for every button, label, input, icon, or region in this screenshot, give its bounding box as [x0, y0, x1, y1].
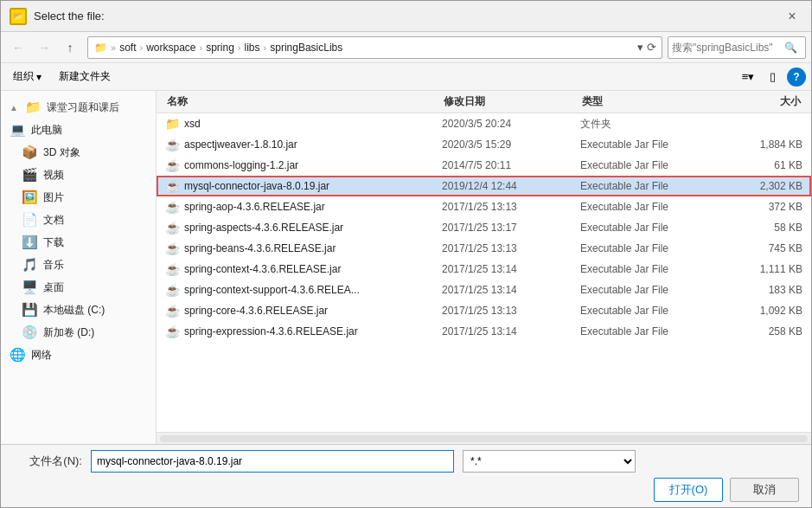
- horizontal-scrollbar[interactable]: [157, 432, 811, 444]
- table-row[interactable]: ☕ spring-aspects-4.3.6.RELEASE.jar 2017/…: [157, 217, 811, 238]
- sidebar-item-new-volume-d[interactable]: 💿 新加卷 (D:): [1, 321, 156, 344]
- file-cell-type: Executable Jar File: [580, 325, 719, 338]
- filename-row: 文件名(N): *.*: [13, 450, 799, 473]
- close-button[interactable]: ×: [782, 6, 802, 27]
- table-row[interactable]: ☕ spring-context-support-4.3.6.RELEA... …: [157, 280, 811, 300]
- sidebar-label-3d: 3D 对象: [43, 145, 80, 160]
- sidebar-item-network[interactable]: 🌐 网络: [1, 344, 156, 366]
- sidebar-item-local-disk-c[interactable]: 💾 本地磁盘 (C:): [1, 299, 156, 321]
- address-dropdown-button[interactable]: ▾: [636, 39, 645, 55]
- help-button[interactable]: ?: [787, 68, 806, 87]
- col-header-name[interactable]: 名称: [163, 93, 440, 111]
- col-header-date[interactable]: 修改日期: [440, 93, 579, 111]
- file-name-label: spring-core-4.3.6.RELEASE.jar: [184, 305, 328, 317]
- table-row[interactable]: ☕ spring-aop-4.3.6.RELEASE.jar 2017/1/25…: [157, 196, 811, 217]
- file-cell-type: Executable Jar File: [580, 180, 719, 192]
- main-content: ▲ 📁 课堂习题和课后 💻 此电脑 📦 3D 对象 🎬 视频 🖼️ 图片: [1, 91, 811, 444]
- table-row[interactable]: 📁 xsd 2020/3/5 20:24 文件夹: [157, 113, 811, 134]
- crumb-soft[interactable]: soft: [117, 41, 138, 55]
- view-list-button[interactable]: ≡▾: [737, 66, 759, 88]
- sidebar-item-homework[interactable]: ▲ 📁 课堂习题和课后: [1, 96, 156, 119]
- pictures-icon: 🖼️: [22, 190, 38, 205]
- table-row[interactable]: ☕ spring-context-4.3.6.RELEASE.jar 2017/…: [157, 259, 811, 280]
- file-cell-type: Executable Jar File: [580, 242, 719, 254]
- new-folder-button[interactable]: 新建文件夹: [52, 66, 118, 87]
- file-name-label: mysql-connector-java-8.0.19.jar: [184, 180, 329, 192]
- file-cell-name: ☕ spring-beans-4.3.6.RELEASE.jar: [165, 241, 442, 255]
- sidebar-item-downloads[interactable]: ⬇️ 下载: [1, 231, 156, 254]
- file-cell-size: 1,111 KB: [719, 263, 802, 275]
- sidebar-label-network: 网络: [31, 348, 52, 363]
- filename-input[interactable]: [91, 450, 454, 473]
- refresh-button[interactable]: ⟳: [645, 39, 658, 55]
- table-row[interactable]: ☕ spring-expression-4.3.6.RELEASE.jar 20…: [157, 321, 811, 342]
- file-cell-name: ☕ spring-context-support-4.3.6.RELEA...: [165, 283, 442, 297]
- documents-icon: 📄: [22, 212, 38, 228]
- dialog-title: Select the file:: [34, 10, 782, 23]
- file-name-label: spring-context-4.3.6.RELEASE.jar: [184, 263, 341, 275]
- forward-button[interactable]: →: [32, 35, 56, 60]
- file-name-label: spring-expression-4.3.6.RELEASE.jar: [184, 325, 358, 338]
- file-name-label: spring-beans-4.3.6.RELEASE.jar: [184, 242, 336, 254]
- open-button[interactable]: 打开(O): [654, 478, 723, 502]
- jar-icon: ☕: [165, 304, 180, 318]
- file-cell-date: 2017/1/25 13:17: [442, 222, 580, 234]
- table-row[interactable]: ☕ commons-logging-1.2.jar 2014/7/5 20:11…: [157, 155, 811, 176]
- back-button[interactable]: ←: [6, 35, 30, 60]
- folder-icon: 📁: [165, 117, 180, 131]
- dialog-icon: 📂: [10, 8, 27, 25]
- sidebar-label: 课堂习题和课后: [47, 100, 119, 115]
- sidebar-item-desktop[interactable]: 🖥️ 桌面: [1, 276, 156, 299]
- file-list-scroll[interactable]: 📁 xsd 2020/3/5 20:24 文件夹 ☕ aspectjweaver…: [157, 113, 811, 432]
- sidebar-label-documents: 文档: [43, 213, 64, 228]
- jar-icon: ☕: [165, 283, 180, 297]
- file-cell-type: 文件夹: [580, 117, 719, 132]
- view-buttons: ≡▾ ▯: [737, 66, 783, 88]
- up-button[interactable]: ↑: [58, 35, 82, 60]
- file-list-container: 名称 修改日期 类型 大小 📁 xsd 2020/3/5 20:24 文件夹 ☕…: [157, 91, 811, 444]
- file-cell-name: ☕ commons-logging-1.2.jar: [165, 158, 442, 172]
- col-header-size[interactable]: 大小: [717, 93, 804, 111]
- sidebar-item-this-pc[interactable]: 💻 此电脑: [1, 119, 156, 141]
- disk-d-icon: 💿: [22, 325, 38, 340]
- cancel-button[interactable]: 取消: [730, 478, 799, 502]
- col-header-type[interactable]: 类型: [579, 93, 717, 111]
- table-row[interactable]: ☕ spring-beans-4.3.6.RELEASE.jar 2017/1/…: [157, 238, 811, 259]
- sidebar-item-3d[interactable]: 📦 3D 对象: [1, 141, 156, 164]
- sidebar-item-documents[interactable]: 📄 文档: [1, 209, 156, 231]
- sidebar-item-music[interactable]: 🎵 音乐: [1, 254, 156, 276]
- table-row[interactable]: ☕ mysql-connector-java-8.0.19.jar 2019/1…: [157, 176, 811, 196]
- file-cell-name: ☕ spring-context-4.3.6.RELEASE.jar: [165, 262, 442, 276]
- jar-icon: ☕: [165, 241, 180, 255]
- organize-chevron: ▾: [36, 71, 42, 83]
- disk-c-icon: 💾: [22, 302, 38, 318]
- sidebar-item-videos[interactable]: 🎬 视频: [1, 164, 156, 186]
- filetype-select[interactable]: *.*: [463, 450, 636, 473]
- search-icon-button[interactable]: 🔍: [784, 42, 797, 54]
- search-input[interactable]: [672, 42, 784, 54]
- title-bar: 📂 Select the file: ×: [1, 1, 811, 32]
- sidebar-label-disk-d: 新加卷 (D:): [43, 325, 94, 340]
- music-icon: 🎵: [22, 257, 38, 273]
- file-cell-date: 2017/1/25 13:14: [442, 263, 580, 275]
- organize-button[interactable]: 组织 ▾: [6, 66, 48, 87]
- crumb-spring[interactable]: spring: [203, 41, 237, 55]
- crumb-libs[interactable]: libs: [242, 41, 263, 55]
- file-cell-type: Executable Jar File: [580, 201, 719, 213]
- file-name-label: commons-logging-1.2.jar: [184, 159, 298, 171]
- sidebar-label-downloads: 下载: [43, 235, 64, 250]
- file-name-label: aspectjweaver-1.8.10.jar: [184, 138, 297, 151]
- table-row[interactable]: ☕ spring-core-4.3.6.RELEASE.jar 2017/1/2…: [157, 300, 811, 321]
- file-cell-date: 2014/7/5 20:11: [442, 159, 580, 171]
- file-cell-size: 745 KB: [719, 242, 802, 254]
- table-row[interactable]: ☕ aspectjweaver-1.8.10.jar 2020/3/5 15:2…: [157, 134, 811, 155]
- file-cell-name: ☕ spring-core-4.3.6.RELEASE.jar: [165, 304, 442, 318]
- crumb-workspace[interactable]: workspace: [144, 41, 198, 55]
- breadcrumb: 📁 » soft › workspace › spring › libs › s…: [92, 41, 636, 55]
- jar-icon: ☕: [165, 262, 180, 276]
- view-panel-button[interactable]: ▯: [761, 66, 783, 88]
- file-cell-date: 2017/1/25 13:14: [442, 325, 580, 338]
- sidebar-item-pictures[interactable]: 🖼️ 图片: [1, 186, 156, 209]
- crumb-springbasiclibs[interactable]: springBasicLibs: [267, 41, 345, 55]
- crumb-folder-icon[interactable]: 📁: [92, 41, 110, 55]
